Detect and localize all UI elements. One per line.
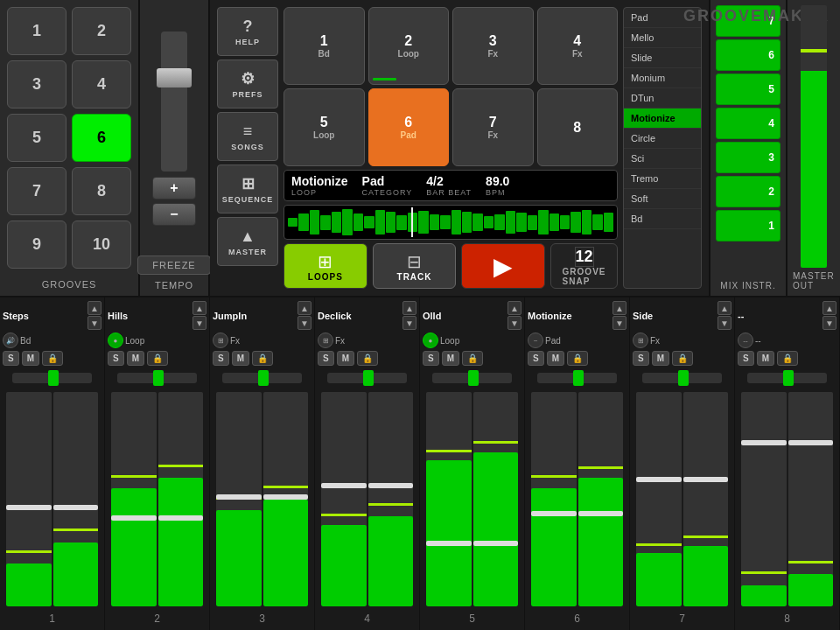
pad-4[interactable]: 4Fx bbox=[537, 7, 619, 85]
pad-2[interactable]: 2Loop bbox=[368, 7, 450, 85]
channel-lock-btn[interactable]: 🔒 bbox=[147, 351, 168, 366]
fader-handle-right[interactable] bbox=[473, 541, 519, 546]
channel-arrow-down[interactable]: ▼ bbox=[298, 316, 312, 330]
side-btn-help[interactable]: ?HELP bbox=[217, 7, 278, 56]
channel-solo-btn[interactable]: S bbox=[318, 351, 334, 366]
groove-btn-4[interactable]: 4 bbox=[72, 60, 131, 108]
channel-arrow-down[interactable]: ▼ bbox=[192, 316, 206, 330]
side-btn-songs[interactable]: ≡SONGS bbox=[217, 112, 278, 161]
mix-btn-2[interactable]: 2 bbox=[716, 176, 780, 207]
channel-mute-btn[interactable]: M bbox=[757, 351, 774, 366]
category-motionize[interactable]: Motionize bbox=[624, 108, 701, 129]
channel-solo-btn[interactable]: S bbox=[423, 351, 439, 366]
channel-arrow-down[interactable]: ▼ bbox=[822, 316, 836, 330]
channel-lock-btn[interactable]: 🔒 bbox=[672, 351, 693, 366]
fader-handle-right[interactable] bbox=[788, 440, 834, 445]
fader-handle-right[interactable] bbox=[263, 494, 309, 500]
channel-arrow-up[interactable]: ▲ bbox=[822, 301, 836, 315]
channel-lock-btn[interactable]: 🔒 bbox=[567, 351, 588, 366]
channel-lock-btn[interactable]: 🔒 bbox=[42, 351, 63, 366]
volume-knob[interactable] bbox=[783, 370, 794, 386]
channel-arrow-up[interactable]: ▲ bbox=[298, 301, 312, 315]
volume-knob[interactable] bbox=[363, 370, 374, 386]
category-bd[interactable]: Bd bbox=[624, 209, 701, 229]
category-mello[interactable]: Mello bbox=[624, 28, 701, 48]
channel-solo-btn[interactable]: S bbox=[528, 351, 544, 366]
groove-btn-1[interactable]: 1 bbox=[7, 7, 66, 55]
category-monium[interactable]: Monium bbox=[624, 68, 701, 88]
channel-arrow-down[interactable]: ▼ bbox=[88, 316, 102, 330]
groove-btn-9[interactable]: 9 bbox=[7, 220, 66, 269]
loops-button[interactable]: ⊞ LOOPS bbox=[284, 243, 368, 289]
volume-knob[interactable] bbox=[573, 370, 584, 386]
pad-3[interactable]: 3Fx bbox=[452, 7, 534, 85]
tempo-slider[interactable] bbox=[161, 32, 187, 172]
channel-arrow-up[interactable]: ▲ bbox=[718, 301, 732, 315]
channel-lock-btn[interactable]: 🔒 bbox=[462, 351, 483, 366]
groove-btn-6[interactable]: 6 bbox=[72, 114, 131, 162]
category-soft[interactable]: Soft bbox=[624, 189, 701, 209]
volume-knob[interactable] bbox=[468, 370, 479, 386]
fader-handle-right[interactable] bbox=[53, 505, 99, 510]
channel-solo-btn[interactable]: S bbox=[108, 351, 124, 366]
tempo-minus-button[interactable]: − bbox=[152, 203, 196, 226]
channel-arrow-down[interactable]: ▼ bbox=[508, 316, 522, 330]
mix-btn-6[interactable]: 6 bbox=[716, 39, 780, 71]
fader-handle-left[interactable] bbox=[321, 483, 367, 488]
volume-knob[interactable] bbox=[678, 370, 689, 386]
channel-arrow-up[interactable]: ▲ bbox=[88, 301, 102, 315]
fader-handle-right[interactable] bbox=[368, 483, 414, 488]
mix-btn-3[interactable]: 3 bbox=[716, 142, 780, 173]
freeze-button[interactable]: FREEZE bbox=[137, 256, 210, 275]
fader-handle-right[interactable] bbox=[683, 477, 729, 482]
channel-solo-btn[interactable]: S bbox=[738, 351, 754, 366]
fader-handle-left[interactable] bbox=[741, 440, 787, 445]
fader-handle-left[interactable] bbox=[531, 511, 577, 516]
pad-5[interactable]: 5Loop bbox=[284, 88, 365, 166]
channel-arrow-up[interactable]: ▲ bbox=[192, 301, 206, 315]
side-btn-prefs[interactable]: ⚙PREFS bbox=[217, 60, 278, 108]
mix-btn-4[interactable]: 4 bbox=[716, 108, 780, 139]
groove-btn-8[interactable]: 8 bbox=[72, 167, 131, 215]
channel-lock-btn[interactable]: 🔒 bbox=[252, 351, 273, 366]
pad-8[interactable]: 8 bbox=[537, 88, 619, 166]
channel-mute-btn[interactable]: M bbox=[232, 351, 249, 366]
side-btn-sequence[interactable]: ⊞SEQUENCE bbox=[217, 164, 278, 214]
channel-arrow-down[interactable]: ▼ bbox=[402, 316, 416, 330]
pad-6[interactable]: 6Pad bbox=[368, 88, 450, 166]
fader-handle-right[interactable] bbox=[578, 511, 624, 516]
category-circle[interactable]: Circle bbox=[624, 129, 701, 149]
volume-knob[interactable] bbox=[258, 370, 269, 386]
category-sci[interactable]: Sci bbox=[624, 149, 701, 169]
channel-arrow-up[interactable]: ▲ bbox=[508, 301, 522, 315]
fader-handle-right[interactable] bbox=[158, 515, 204, 521]
tempo-slider-handle[interactable] bbox=[157, 68, 192, 88]
channel-lock-btn[interactable]: 🔒 bbox=[357, 351, 378, 366]
groove-btn-5[interactable]: 5 bbox=[7, 114, 66, 162]
category-dtun[interactable]: DTun bbox=[624, 88, 701, 108]
channel-mute-btn[interactable]: M bbox=[652, 351, 669, 366]
tempo-plus-button[interactable]: + bbox=[152, 177, 196, 200]
fader-handle-left[interactable] bbox=[216, 494, 262, 500]
fader-handle-left[interactable] bbox=[6, 505, 52, 510]
channel-mute-btn[interactable]: M bbox=[22, 351, 39, 366]
fader-handle-left[interactable] bbox=[426, 541, 472, 546]
pad-7[interactable]: 7Fx bbox=[452, 88, 534, 166]
groove-btn-10[interactable]: 10 bbox=[72, 220, 131, 269]
groove-btn-3[interactable]: 3 bbox=[7, 60, 66, 108]
groove-play-button[interactable]: ▶ bbox=[461, 243, 545, 289]
fader-handle-left[interactable] bbox=[111, 515, 157, 521]
channel-arrow-down[interactable]: ▼ bbox=[718, 316, 732, 330]
mix-btn-5[interactable]: 5 bbox=[716, 74, 780, 105]
volume-knob[interactable] bbox=[48, 370, 59, 386]
category-tremo[interactable]: Tremo bbox=[624, 169, 701, 189]
channel-solo-btn[interactable]: S bbox=[633, 351, 649, 366]
channel-arrow-up[interactable]: ▲ bbox=[612, 301, 626, 315]
volume-knob[interactable] bbox=[153, 370, 164, 386]
mix-btn-1[interactable]: 1 bbox=[716, 210, 780, 242]
channel-solo-btn[interactable]: S bbox=[213, 351, 229, 366]
channel-mute-btn[interactable]: M bbox=[337, 351, 354, 366]
channel-mute-btn[interactable]: M bbox=[127, 351, 144, 366]
groove-btn-7[interactable]: 7 bbox=[7, 167, 66, 215]
category-slide[interactable]: Slide bbox=[624, 48, 701, 68]
